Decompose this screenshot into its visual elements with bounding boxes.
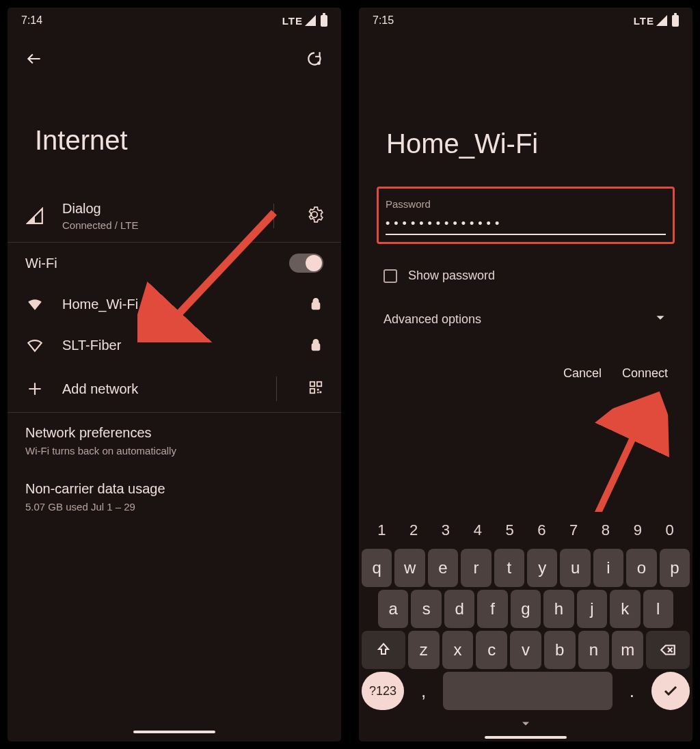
key-num[interactable]: 6	[528, 521, 555, 539]
add-network-row[interactable]: Add network	[8, 366, 341, 412]
key-num[interactable]: 9	[624, 521, 651, 539]
key-letter[interactable]: j	[577, 590, 607, 628]
key-letter[interactable]: m	[612, 631, 643, 669]
keyboard-number-row: 1 2 3 4 5 6 7 8 9 0	[362, 516, 690, 546]
refresh-icon[interactable]	[306, 50, 323, 70]
battery-icon	[321, 15, 327, 27]
key-letter[interactable]: r	[461, 549, 491, 587]
key-letter[interactable]: t	[494, 549, 524, 587]
key-letter[interactable]: a	[378, 590, 408, 628]
key-num[interactable]: 4	[464, 521, 492, 539]
add-network-label: Add network	[62, 381, 245, 397]
signal-icon	[656, 15, 667, 26]
keyboard-row: a s d f g h j k l	[362, 590, 690, 628]
carrier-name: Dialog	[62, 201, 242, 217]
dialog-ssid-title: Home_Wi-Fi	[359, 29, 692, 180]
advanced-options-row[interactable]: Advanced options	[359, 297, 692, 342]
key-letter[interactable]: s	[411, 590, 441, 628]
svg-rect-6	[317, 389, 319, 391]
key-shift[interactable]	[362, 631, 405, 669]
show-password-label: Show password	[408, 269, 495, 283]
lock-icon	[308, 338, 323, 353]
svg-rect-1	[312, 303, 320, 309]
qr-scan-button[interactable]	[308, 380, 323, 398]
key-num[interactable]: 0	[656, 521, 684, 539]
key-space[interactable]	[443, 672, 612, 710]
key-letter[interactable]: v	[510, 631, 541, 669]
nav-pill[interactable]	[133, 731, 215, 733]
connect-button[interactable]: Connect	[622, 366, 668, 381]
show-password-row[interactable]: Show password	[359, 248, 692, 297]
key-letter[interactable]: q	[362, 549, 392, 587]
wifi-toggle[interactable]	[289, 254, 323, 273]
key-letter[interactable]: z	[408, 631, 440, 669]
key-letter[interactable]: p	[660, 549, 690, 587]
key-num[interactable]: 7	[560, 521, 587, 539]
carrier-status: Connected / LTE	[62, 219, 242, 231]
key-period[interactable]: .	[615, 672, 649, 710]
password-field-highlight: Password	[377, 187, 675, 244]
keyboard-row: z x c v b n m	[362, 631, 690, 669]
key-symbols[interactable]: ?123	[362, 672, 404, 710]
key-letter[interactable]: e	[428, 549, 458, 587]
wifi-network-row[interactable]: SLT-Fiber	[8, 325, 341, 366]
key-letter[interactable]: l	[643, 590, 673, 628]
wifi-weak-icon	[25, 336, 44, 355]
screen-internet-settings: 7:14 LTE Internet Dialog Connected / LTE…	[5, 5, 343, 744]
key-letter[interactable]: n	[578, 631, 610, 669]
cancel-button[interactable]: Cancel	[563, 366, 602, 381]
network-preferences-row[interactable]: Network preferences Wi-Fi turns back on …	[8, 413, 341, 469]
show-password-checkbox[interactable]	[383, 269, 397, 283]
svg-rect-2	[312, 344, 320, 350]
key-letter[interactable]: i	[593, 549, 623, 587]
key-letter[interactable]: g	[511, 590, 541, 628]
nav-pill[interactable]	[485, 736, 567, 739]
key-num[interactable]: 3	[432, 521, 459, 539]
key-letter[interactable]: u	[560, 549, 590, 587]
carrier-settings-button[interactable]	[306, 206, 323, 226]
key-letter[interactable]: w	[394, 549, 425, 587]
plus-icon	[25, 379, 44, 398]
key-backspace[interactable]	[646, 631, 690, 669]
prefs-desc: Wi-Fi turns back on automatically	[25, 445, 323, 457]
key-num[interactable]: 1	[368, 521, 395, 539]
key-letter[interactable]: y	[527, 549, 557, 587]
screen-wifi-password-dialog: 7:15 LTE Home_Wi-Fi Password Show passwo…	[357, 5, 695, 744]
key-comma[interactable]: ,	[407, 672, 440, 710]
dialog-actions: Cancel Connect	[359, 342, 692, 394]
chevron-down-icon	[653, 310, 668, 328]
battery-icon	[672, 15, 679, 27]
wifi-header-row[interactable]: Wi-Fi	[8, 243, 341, 284]
key-letter[interactable]: f	[477, 590, 507, 628]
key-letter[interactable]: x	[442, 631, 474, 669]
password-input[interactable]	[386, 217, 666, 235]
svg-rect-5	[310, 389, 314, 393]
keyboard-collapse-icon[interactable]	[362, 713, 690, 735]
key-letter[interactable]: o	[626, 549, 656, 587]
key-enter[interactable]	[651, 672, 690, 710]
wifi-network-row[interactable]: Home_Wi-Fi	[8, 284, 341, 325]
key-letter[interactable]: h	[543, 590, 574, 628]
prefs-title: Network preferences	[25, 425, 323, 441]
wifi-ssid: Home_Wi-Fi	[62, 297, 291, 312]
data-usage-row[interactable]: Non-carrier data usage 5.07 GB used Jul …	[8, 469, 341, 525]
usage-title: Non-carrier data usage	[25, 481, 323, 497]
network-type: LTE	[282, 15, 303, 27]
signal-icon	[25, 206, 44, 226]
key-letter[interactable]: d	[444, 590, 474, 628]
back-button[interactable]	[25, 50, 43, 70]
key-num[interactable]: 5	[496, 521, 524, 539]
keyboard-row: q w e r t y u i o p	[362, 549, 690, 587]
key-letter[interactable]: b	[544, 631, 576, 669]
key-num[interactable]: 2	[400, 521, 427, 539]
divider	[276, 377, 277, 401]
keyboard-row: ?123 , .	[362, 672, 690, 710]
key-letter[interactable]: c	[476, 631, 507, 669]
key-letter[interactable]: k	[610, 590, 640, 628]
key-num[interactable]: 8	[592, 521, 619, 539]
wifi-strong-icon	[25, 295, 44, 314]
status-time: 7:14	[21, 14, 42, 27]
carrier-row[interactable]: Dialog Connected / LTE	[8, 190, 341, 242]
svg-rect-7	[320, 392, 322, 394]
lock-icon	[308, 297, 323, 312]
